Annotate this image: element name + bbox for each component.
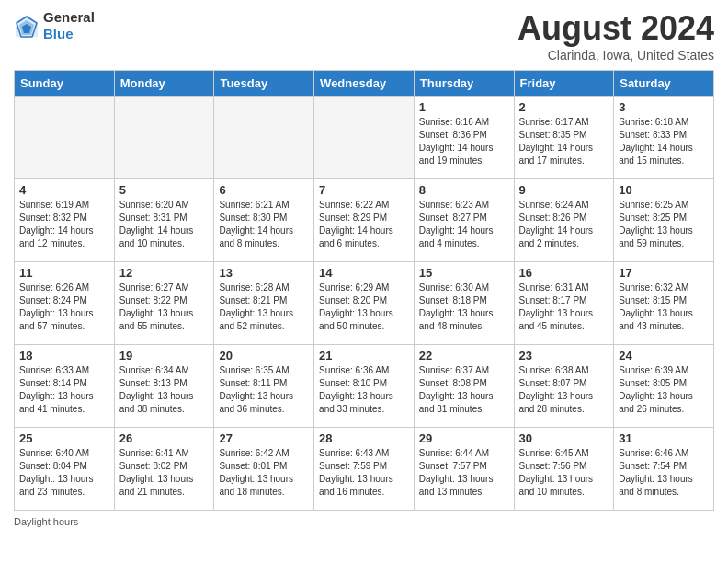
logo-icon [14,13,40,39]
calendar-cell: 26Sunrise: 6:41 AM Sunset: 8:02 PM Dayli… [114,428,214,511]
day-info: Sunrise: 6:26 AM Sunset: 8:24 PM Dayligh… [19,282,109,333]
day-number: 26 [119,431,210,445]
day-info: Sunrise: 6:39 AM Sunset: 8:05 PM Dayligh… [619,364,709,416]
weekday-header-row: SundayMondayTuesdayWednesdayThursdayFrid… [15,71,714,97]
day-number: 27 [219,431,309,445]
day-number: 19 [119,349,210,362]
weekday-header-saturday: Saturday [614,71,714,97]
calendar-week-3: 18Sunrise: 6:33 AM Sunset: 8:14 PM Dayli… [15,345,714,428]
calendar-cell: 30Sunrise: 6:45 AM Sunset: 7:56 PM Dayli… [514,428,614,511]
footer: Daylight hours [14,516,714,527]
calendar-cell: 19Sunrise: 6:34 AM Sunset: 8:13 PM Dayli… [114,345,214,428]
day-number: 24 [619,349,709,362]
weekday-header-friday: Friday [514,71,614,97]
day-info: Sunrise: 6:18 AM Sunset: 8:33 PM Dayligh… [619,116,709,167]
calendar-cell: 25Sunrise: 6:40 AM Sunset: 8:04 PM Dayli… [15,428,115,511]
day-info: Sunrise: 6:25 AM Sunset: 8:25 PM Dayligh… [619,199,709,250]
calendar-cell: 22Sunrise: 6:37 AM Sunset: 8:08 PM Dayli… [414,345,514,428]
day-info: Sunrise: 6:23 AM Sunset: 8:27 PM Dayligh… [419,199,509,250]
calendar-cell: 8Sunrise: 6:23 AM Sunset: 8:27 PM Daylig… [414,179,514,262]
calendar-cell [114,97,214,179]
day-number: 7 [319,183,409,197]
day-number: 5 [119,183,210,197]
day-info: Sunrise: 6:46 AM Sunset: 7:54 PM Dayligh… [619,447,709,499]
day-info: Sunrise: 6:33 AM Sunset: 8:14 PM Dayligh… [19,364,109,416]
day-number: 11 [19,266,109,280]
calendar-cell: 5Sunrise: 6:20 AM Sunset: 8:31 PM Daylig… [114,179,214,262]
day-info: Sunrise: 6:45 AM Sunset: 7:56 PM Dayligh… [519,447,609,499]
logo: General Blue [14,9,95,42]
day-number: 8 [419,183,509,197]
day-number: 30 [519,431,609,445]
day-info: Sunrise: 6:28 AM Sunset: 8:21 PM Dayligh… [219,282,309,333]
day-info: Sunrise: 6:32 AM Sunset: 8:15 PM Dayligh… [619,282,709,333]
calendar-cell [15,97,115,179]
day-info: Sunrise: 6:22 AM Sunset: 8:29 PM Dayligh… [319,199,409,250]
day-info: Sunrise: 6:30 AM Sunset: 8:18 PM Dayligh… [419,282,509,333]
day-number: 4 [19,183,109,197]
calendar-cell: 13Sunrise: 6:28 AM Sunset: 8:21 PM Dayli… [214,262,314,345]
weekday-header-wednesday: Wednesday [314,71,415,97]
day-number: 6 [219,183,309,197]
calendar-cell: 24Sunrise: 6:39 AM Sunset: 8:05 PM Dayli… [614,345,714,428]
day-info: Sunrise: 6:36 AM Sunset: 8:10 PM Dayligh… [319,364,409,416]
day-number: 13 [219,266,309,280]
calendar-week-2: 11Sunrise: 6:26 AM Sunset: 8:24 PM Dayli… [15,262,714,345]
day-info: Sunrise: 6:34 AM Sunset: 8:13 PM Dayligh… [119,364,210,416]
weekday-header-thursday: Thursday [414,71,514,97]
calendar-cell: 3Sunrise: 6:18 AM Sunset: 8:33 PM Daylig… [614,97,714,179]
day-number: 18 [19,349,109,362]
day-info: Sunrise: 6:44 AM Sunset: 7:57 PM Dayligh… [419,447,509,499]
calendar-cell: 28Sunrise: 6:43 AM Sunset: 7:59 PM Dayli… [314,428,415,511]
day-info: Sunrise: 6:42 AM Sunset: 8:01 PM Dayligh… [219,447,309,499]
logo-blue: Blue [43,26,95,42]
calendar-week-4: 25Sunrise: 6:40 AM Sunset: 8:04 PM Dayli… [15,428,714,511]
calendar-cell [214,97,314,179]
calendar-cell: 18Sunrise: 6:33 AM Sunset: 8:14 PM Dayli… [15,345,115,428]
calendar-cell [314,97,415,179]
calendar-cell: 6Sunrise: 6:21 AM Sunset: 8:30 PM Daylig… [214,179,314,262]
weekday-header-sunday: Sunday [15,71,115,97]
day-info: Sunrise: 6:27 AM Sunset: 8:22 PM Dayligh… [119,282,210,333]
day-number: 15 [419,266,509,280]
day-info: Sunrise: 6:19 AM Sunset: 8:32 PM Dayligh… [19,199,109,250]
day-number: 23 [519,349,609,362]
day-number: 14 [319,266,409,280]
day-number: 12 [119,266,210,280]
calendar-cell: 4Sunrise: 6:19 AM Sunset: 8:32 PM Daylig… [15,179,115,262]
day-info: Sunrise: 6:20 AM Sunset: 8:31 PM Dayligh… [119,199,210,250]
calendar-week-1: 4Sunrise: 6:19 AM Sunset: 8:32 PM Daylig… [15,179,714,262]
day-number: 2 [519,100,609,114]
day-number: 28 [319,431,409,445]
calendar-cell: 7Sunrise: 6:22 AM Sunset: 8:29 PM Daylig… [314,179,415,262]
day-info: Sunrise: 6:21 AM Sunset: 8:30 PM Dayligh… [219,199,309,250]
day-info: Sunrise: 6:35 AM Sunset: 8:11 PM Dayligh… [219,364,309,416]
calendar-week-0: 1Sunrise: 6:16 AM Sunset: 8:36 PM Daylig… [15,97,714,179]
day-number: 21 [319,349,409,362]
day-info: Sunrise: 6:38 AM Sunset: 8:07 PM Dayligh… [519,364,609,416]
location: Clarinda, Iowa, United States [518,48,714,63]
day-info: Sunrise: 6:17 AM Sunset: 8:35 PM Dayligh… [519,116,609,167]
calendar-cell: 17Sunrise: 6:32 AM Sunset: 8:15 PM Dayli… [614,262,714,345]
day-info: Sunrise: 6:43 AM Sunset: 7:59 PM Dayligh… [319,447,409,499]
day-number: 17 [619,266,709,280]
day-number: 9 [519,183,609,197]
calendar-cell: 16Sunrise: 6:31 AM Sunset: 8:17 PM Dayli… [514,262,614,345]
calendar-cell: 27Sunrise: 6:42 AM Sunset: 8:01 PM Dayli… [214,428,314,511]
title-block: August 2024 Clarinda, Iowa, United State… [518,9,714,63]
day-number: 16 [519,266,609,280]
day-info: Sunrise: 6:16 AM Sunset: 8:36 PM Dayligh… [419,116,509,167]
month-title: August 2024 [518,9,714,48]
day-number: 1 [419,100,509,114]
day-info: Sunrise: 6:29 AM Sunset: 8:20 PM Dayligh… [319,282,409,333]
calendar-cell: 12Sunrise: 6:27 AM Sunset: 8:22 PM Dayli… [114,262,214,345]
day-info: Sunrise: 6:40 AM Sunset: 8:04 PM Dayligh… [19,447,109,499]
calendar-cell: 15Sunrise: 6:30 AM Sunset: 8:18 PM Dayli… [414,262,514,345]
calendar-cell: 20Sunrise: 6:35 AM Sunset: 8:11 PM Dayli… [214,345,314,428]
weekday-header-tuesday: Tuesday [214,71,314,97]
calendar-cell: 14Sunrise: 6:29 AM Sunset: 8:20 PM Dayli… [314,262,415,345]
day-number: 29 [419,431,509,445]
day-number: 22 [419,349,509,362]
calendar-cell: 23Sunrise: 6:38 AM Sunset: 8:07 PM Dayli… [514,345,614,428]
calendar-cell: 9Sunrise: 6:24 AM Sunset: 8:26 PM Daylig… [514,179,614,262]
